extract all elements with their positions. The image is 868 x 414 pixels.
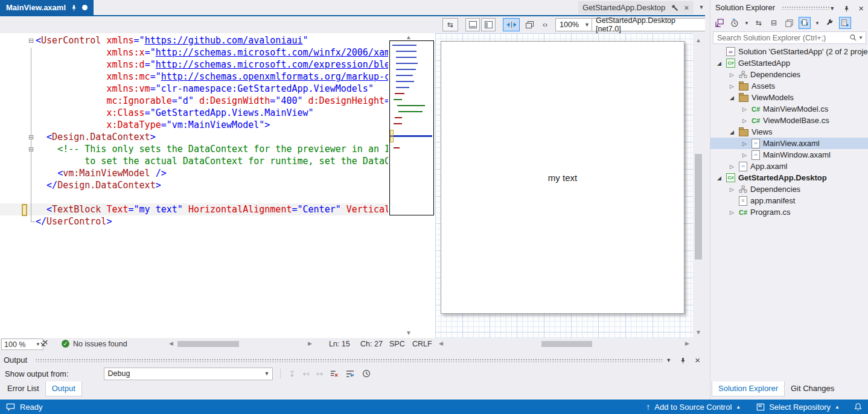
solution-explorer-header[interactable]: Solution Explorer ▼ × xyxy=(710,0,868,15)
code-line[interactable] xyxy=(0,191,388,203)
tree-expander-icon[interactable]: ▷ xyxy=(741,118,748,124)
tree-expander-icon[interactable]: ▷ xyxy=(728,83,736,89)
tree-row[interactable]: ◢C#GetStartedApp xyxy=(710,57,868,69)
close-icon[interactable]: × xyxy=(695,355,700,365)
pin-icon[interactable] xyxy=(680,357,686,364)
word-wrap-icon[interactable] xyxy=(346,370,355,378)
space-mode-indicator[interactable]: SPC xyxy=(389,340,405,348)
scroll-up-icon[interactable]: ▲ xyxy=(406,34,412,40)
code-line[interactable]: <vm:MainViewModel /> xyxy=(0,167,388,179)
preview-disabled-icon[interactable] xyxy=(40,339,49,348)
close-icon[interactable]: × xyxy=(858,3,864,13)
tree-row[interactable]: ◢ViewModels xyxy=(710,92,868,103)
eol-indicator[interactable]: CRLF xyxy=(412,340,432,348)
build-hammer-icon[interactable] xyxy=(671,4,678,11)
editor-zoom-combo[interactable]: 100 %▼ xyxy=(1,339,43,350)
code-line[interactable]: </Design.DataContext> xyxy=(0,179,388,191)
tree-expander-icon[interactable]: ◢ xyxy=(728,129,736,135)
code-line[interactable]: x:DataType="vm:MainViewModel"> xyxy=(0,119,388,131)
tree-row[interactable]: ▷C#MainViewModel.cs xyxy=(710,103,868,115)
tree-row[interactable]: ◢Views xyxy=(710,126,868,138)
chevron-down-icon[interactable]: ▼ xyxy=(829,5,835,11)
code-line[interactable]: xmlns:x="http://schemas.microsoft.com/wi… xyxy=(0,46,388,59)
timestamp-icon[interactable] xyxy=(362,369,371,378)
chevron-down-icon[interactable]: ▼ xyxy=(744,18,749,28)
tree-expander-icon[interactable]: ◢ xyxy=(715,175,723,181)
code-line[interactable]: <TextBlock Text="my text" HorizontalAlig… xyxy=(0,203,388,215)
chevron-down-icon[interactable]: ▼ xyxy=(815,18,820,28)
preview-target-combo[interactable]: GetStartedApp.Desktop [net7.0]▼ xyxy=(592,18,712,31)
code-line[interactable]: to set the actual DataContext for runtim… xyxy=(0,155,388,167)
chevron-down-icon[interactable]: ▼ xyxy=(666,357,671,363)
chevron-down-icon[interactable]: ▼ xyxy=(858,35,863,40)
collapse-all-icon[interactable]: ⊟ xyxy=(768,18,779,28)
code-line[interactable]: xmlns:mc="http://schemas.openxmlformats.… xyxy=(0,71,388,83)
code-line[interactable]: ⊟ <Design.DataContext> xyxy=(0,131,388,143)
properties-icon[interactable] xyxy=(783,18,794,28)
scroll-down-icon[interactable]: ▼ xyxy=(406,330,412,336)
tree-expander-icon[interactable]: ◢ xyxy=(728,95,736,101)
notifications-bell-icon[interactable] xyxy=(854,403,862,411)
tree-row[interactable]: ◢C#GetStartedApp.Desktop xyxy=(710,172,868,183)
tree-expander-icon[interactable]: ▷ xyxy=(741,141,748,147)
code-line[interactable]: x:Class="GetStartedApp.Views.MainView" xyxy=(0,107,388,119)
hscroll-right-icon[interactable]: ▶ xyxy=(308,340,312,346)
clear-all-icon[interactable] xyxy=(330,370,339,378)
output-source-combo[interactable]: Debug▼ xyxy=(104,368,273,380)
code-line[interactable]: ⊟ <!-- This only sets the DataContext fo… xyxy=(0,143,388,155)
pin-icon[interactable] xyxy=(843,5,850,12)
swap-views-button[interactable]: ⇆ xyxy=(442,18,458,31)
fold-collapse-icon[interactable]: ⊟ xyxy=(27,34,36,46)
add-to-source-control-button[interactable]: ↑ Add to Source Control ▲ xyxy=(646,402,741,412)
popout-window-button[interactable] xyxy=(523,18,536,31)
split-vertical-button[interactable] xyxy=(481,18,496,31)
code-line[interactable]: </UserControl> xyxy=(0,215,388,228)
tree-row[interactable]: ▷Dependencies xyxy=(710,183,868,195)
select-repository-button[interactable]: Select Repository ▲ xyxy=(756,403,840,412)
tree-row[interactable]: ▷‹›MainWindow.axaml xyxy=(710,149,868,161)
view-code-button[interactable]: ‹› xyxy=(538,18,552,31)
chevron-down-icon[interactable]: ▼ xyxy=(699,5,704,10)
tab-output[interactable]: Output xyxy=(45,381,82,396)
tree-expander-icon[interactable]: ▷ xyxy=(728,164,736,170)
search-icon[interactable] xyxy=(849,34,857,42)
code-line[interactable]: xmlns:d="http://schemas.microsoft.com/ex… xyxy=(0,59,388,71)
tree-row[interactable]: ▷Assets xyxy=(710,80,868,92)
tab-git-changes[interactable]: Git Changes xyxy=(785,381,840,396)
split-horizontal-button[interactable] xyxy=(465,18,480,31)
switch-views-icon[interactable] xyxy=(714,18,725,28)
source-minimap[interactable] xyxy=(389,40,434,215)
code-line[interactable]: ⊟<UserControl xmlns="https://github.com/… xyxy=(0,34,388,46)
tree-expander-icon[interactable]: ▷ xyxy=(741,152,748,158)
sync-icon[interactable]: ⇆ xyxy=(753,18,764,28)
tab-solution-explorer[interactable]: Solution Explorer xyxy=(712,381,785,396)
tree-expander-icon[interactable]: ▷ xyxy=(728,186,736,193)
fit-width-button[interactable] xyxy=(503,18,520,31)
pin-icon[interactable] xyxy=(71,4,77,11)
preview-zoom-combo[interactable]: 100%▼ xyxy=(555,18,593,31)
sync-with-active-document-icon[interactable] xyxy=(799,17,811,29)
tab-error-list[interactable]: Error List xyxy=(1,381,45,396)
solution-search-box[interactable]: ▼ xyxy=(713,31,866,44)
tree-expander-icon[interactable]: ▷ xyxy=(728,72,736,78)
issues-status[interactable]: No issues found xyxy=(73,340,127,348)
preview-selected-items-icon[interactable] xyxy=(839,17,851,29)
scroll-up-icon[interactable]: ▲ xyxy=(695,37,701,43)
code-line[interactable]: mc:Ignorable="d" d:DesignWidth="400" d:D… xyxy=(0,95,388,107)
previewer-vertical-scrollbar[interactable]: ▲ ▼ xyxy=(693,33,705,338)
scrollbar-thumb[interactable] xyxy=(695,154,702,260)
tree-expander-icon[interactable]: ◢ xyxy=(715,60,723,66)
hscroll-right-icon[interactable]: ▶ xyxy=(685,340,689,346)
editor-overview-column[interactable]: ▲ ▼ xyxy=(388,33,435,338)
tree-row[interactable]: ▷‹›App.axaml xyxy=(710,161,868,172)
feedback-icon[interactable] xyxy=(6,403,15,411)
tree-row[interactable]: ≡app.manifest xyxy=(710,195,868,206)
tree-row[interactable]: ▷‹›MainView.axaml xyxy=(710,138,868,149)
tree-row[interactable]: ▷C#Program.cs xyxy=(710,206,868,218)
hscroll-left-icon[interactable]: ◀ xyxy=(439,340,443,346)
xaml-editor[interactable]: ⊟<UserControl xmlns="https://github.com/… xyxy=(0,33,388,338)
pending-changes-filter-icon[interactable] xyxy=(729,18,740,28)
editor-hscroll-thumb[interactable] xyxy=(177,341,239,347)
panel-splitter[interactable] xyxy=(705,0,710,400)
tree-expander-icon[interactable]: ▷ xyxy=(728,209,736,215)
